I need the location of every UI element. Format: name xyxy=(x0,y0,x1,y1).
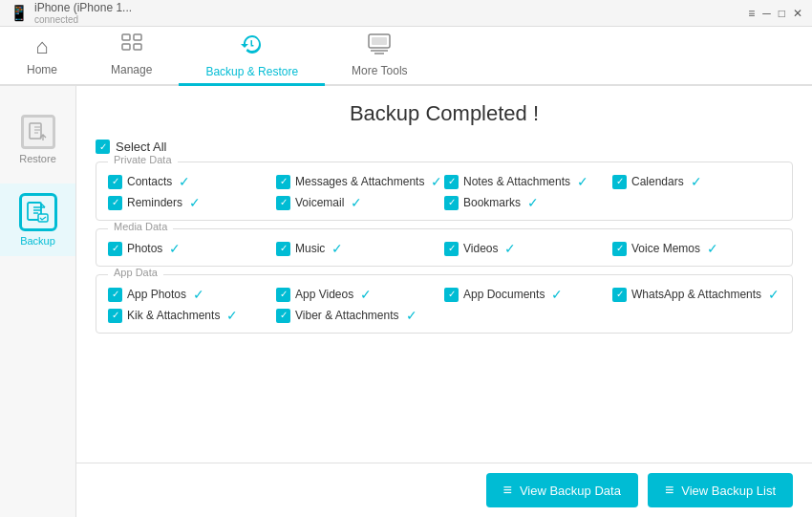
svg-rect-8 xyxy=(30,123,41,139)
viber-label: Viber & Attachments xyxy=(295,309,399,322)
voicemail-check-icon: ✓ xyxy=(351,195,362,210)
app-data-section: App Data App Photos ✓ App Videos ✓ xyxy=(96,274,793,334)
manage-icon xyxy=(121,33,142,59)
select-all-label: Select All xyxy=(116,140,166,154)
app-photos-label: App Photos xyxy=(127,288,186,301)
nav-home-label: Home xyxy=(27,63,57,76)
messages-cell: Messages & Attachments ✓ xyxy=(276,174,444,189)
page-title: Backup Completed ! xyxy=(96,101,793,126)
videos-check-icon: ✓ xyxy=(504,241,516,256)
calendars-checkbox[interactable] xyxy=(612,175,627,189)
music-check-icon: ✓ xyxy=(331,241,343,256)
music-cell: Music ✓ xyxy=(276,241,444,256)
app-videos-cell: App Videos ✓ xyxy=(276,287,444,302)
svg-rect-5 xyxy=(250,45,253,47)
bookmarks-checkbox[interactable] xyxy=(444,196,459,210)
whatsapp-checkbox[interactable] xyxy=(612,288,627,302)
sidebar: Restore Backup xyxy=(0,86,76,517)
view-backup-list-label: View Backup List xyxy=(681,484,776,498)
sidebar-restore[interactable]: Restore xyxy=(0,105,75,174)
notes-checkbox[interactable] xyxy=(444,175,459,189)
backup-restore-icon xyxy=(240,32,265,61)
nav-more-tools[interactable]: More Tools xyxy=(325,27,434,86)
bookmarks-cell: Bookmarks ✓ xyxy=(444,195,612,210)
whatsapp-check-icon: ✓ xyxy=(768,287,780,302)
select-all-checkbox[interactable] xyxy=(96,140,110,154)
voice-memos-label: Voice Memos xyxy=(631,242,700,255)
whatsapp-label: WhatsApp & Attachments xyxy=(631,288,761,301)
phone-icon: 📱 xyxy=(10,4,29,22)
app-documents-label: App Documents xyxy=(463,288,545,301)
empty-app-cell-1 xyxy=(444,308,612,323)
nav-backup-restore[interactable]: Backup & Restore xyxy=(179,27,325,86)
videos-checkbox[interactable] xyxy=(444,242,459,256)
private-data-row-1: Contacts ✓ Messages & Attachments ✓ Note… xyxy=(108,174,780,189)
app-data-rows: App Photos ✓ App Videos ✓ App Documents … xyxy=(108,287,780,323)
viber-checkbox[interactable] xyxy=(276,309,290,323)
messages-checkbox[interactable] xyxy=(276,175,290,189)
view-backup-list-icon: ≡ xyxy=(665,482,673,499)
notes-check-icon: ✓ xyxy=(577,174,588,189)
contacts-check-icon: ✓ xyxy=(179,174,190,189)
title-bar: 📱 iPhone (iPhone 1... connected ≡ ─ □ ✕ xyxy=(0,0,812,27)
kik-checkbox[interactable] xyxy=(108,309,122,323)
select-all-row: Select All xyxy=(96,140,793,154)
app-documents-checkbox[interactable] xyxy=(444,288,459,302)
restore-label: Restore xyxy=(19,153,56,164)
contacts-checkbox[interactable] xyxy=(108,175,122,189)
svg-rect-4 xyxy=(250,40,252,45)
voicemail-cell: Voicemail ✓ xyxy=(276,195,444,210)
app-videos-check-icon: ✓ xyxy=(360,287,372,302)
bookmarks-label: Bookmarks xyxy=(463,196,521,209)
bottom-bar: ≡ View Backup Data ≡ View Backup List xyxy=(76,463,812,517)
photos-label: Photos xyxy=(127,242,162,255)
kik-cell: Kik & Attachments ✓ xyxy=(108,308,276,323)
menu-btn[interactable]: ≡ xyxy=(748,7,755,20)
voice-memos-cell: Voice Memos ✓ xyxy=(612,241,780,256)
svg-rect-2 xyxy=(122,44,130,50)
close-btn[interactable]: ✕ xyxy=(793,7,802,20)
app-photos-check-icon: ✓ xyxy=(193,287,204,302)
private-data-row-2: Reminders ✓ Voicemail ✓ Bookmarks ✓ xyxy=(108,195,780,210)
svg-rect-0 xyxy=(122,34,130,40)
device-info: 📱 iPhone (iPhone 1... connected xyxy=(10,1,132,25)
nav-manage[interactable]: Manage xyxy=(84,27,179,86)
voice-memos-check-icon: ✓ xyxy=(707,241,718,256)
maximize-btn[interactable]: □ xyxy=(779,7,785,20)
nav-manage-label: Manage xyxy=(111,63,152,76)
voice-memos-checkbox[interactable] xyxy=(612,242,627,256)
svg-rect-7 xyxy=(372,37,387,45)
media-data-row-1: Photos ✓ Music ✓ Videos ✓ xyxy=(108,241,780,256)
minimize-btn[interactable]: ─ xyxy=(762,7,771,20)
empty-app-cell-2 xyxy=(612,308,780,323)
voicemail-label: Voicemail xyxy=(295,196,344,209)
viber-cell: Viber & Attachments ✓ xyxy=(276,308,444,323)
nav-bar: ⌂ Home Manage Backup & Restore xyxy=(0,27,812,86)
music-checkbox[interactable] xyxy=(276,242,290,256)
app-documents-check-icon: ✓ xyxy=(551,287,563,302)
backup-icon xyxy=(19,193,57,231)
view-backup-data-button[interactable]: ≡ View Backup Data xyxy=(486,473,638,507)
nav-home[interactable]: ⌂ Home xyxy=(0,27,84,86)
whatsapp-cell: WhatsApp & Attachments ✓ xyxy=(612,287,780,302)
app-photos-checkbox[interactable] xyxy=(108,288,122,302)
videos-cell: Videos ✓ xyxy=(444,241,612,256)
reminders-label: Reminders xyxy=(127,196,182,209)
app-videos-checkbox[interactable] xyxy=(276,288,290,302)
nav-more-tools-label: More Tools xyxy=(352,64,407,77)
app-documents-cell: App Documents ✓ xyxy=(444,287,612,302)
reminders-checkbox[interactable] xyxy=(108,196,122,210)
messages-check-icon: ✓ xyxy=(431,174,442,189)
photos-check-icon: ✓ xyxy=(169,241,181,256)
bookmarks-check-icon: ✓ xyxy=(527,195,539,210)
content-area: Backup Completed ! Select All Private Da… xyxy=(76,86,812,517)
svg-rect-1 xyxy=(134,34,141,40)
calendars-check-icon: ✓ xyxy=(691,174,702,189)
music-label: Music xyxy=(295,242,325,255)
photos-checkbox[interactable] xyxy=(108,242,122,256)
notes-cell: Notes & Attachments ✓ xyxy=(444,174,612,189)
private-data-rows: Contacts ✓ Messages & Attachments ✓ Note… xyxy=(108,174,780,210)
sidebar-backup[interactable]: Backup xyxy=(0,183,75,256)
view-backup-list-button[interactable]: ≡ View Backup List xyxy=(648,473,793,507)
voicemail-checkbox[interactable] xyxy=(276,196,290,210)
